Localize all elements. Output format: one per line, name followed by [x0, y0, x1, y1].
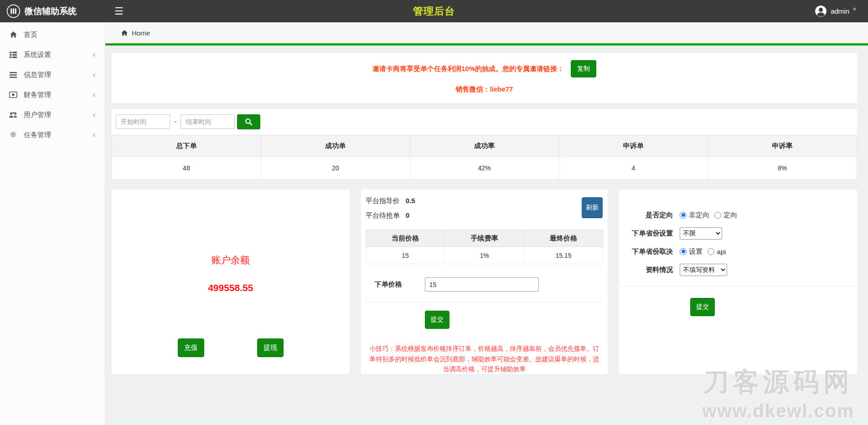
- stats-header: 申诉单: [559, 135, 708, 157]
- divider: [619, 286, 857, 287]
- stats-value: 4: [559, 157, 708, 179]
- radio-icon: [708, 248, 714, 255]
- brand: 微信辅助系统: [0, 4, 105, 18]
- price-submit-button[interactable]: 提交: [425, 311, 450, 329]
- stats-header: 总下单: [112, 135, 261, 157]
- main-area: Home 邀请卡商将享受单个任务利润10%的抽成。您的专属邀请链接： 复制 销售…: [105, 22, 868, 425]
- province-set-label: 下单省份设置: [619, 229, 673, 238]
- chevron-left-icon: ‹: [93, 110, 96, 119]
- table-row: 48 20 42% 4 8%: [112, 157, 857, 179]
- sidebar-item-task-management[interactable]: ® 任务管理 ‹: [0, 125, 105, 145]
- stats-value: 8%: [708, 157, 857, 179]
- chevron-left-icon: ‹: [93, 70, 96, 79]
- price-header: 当前价格: [366, 230, 445, 247]
- chevron-left-icon: ‹: [93, 50, 96, 59]
- invite-notice-text: 邀请卡商将享受单个任务利润10%的抽成。您的专属邀请链接：: [372, 65, 564, 73]
- end-time-input[interactable]: [181, 114, 235, 129]
- price-table: 当前价格 手续费率 最终价格 15 1% 15.15: [366, 230, 604, 264]
- sidebar-item-label: 用户管理: [24, 111, 51, 119]
- invite-notice-card: 邀请卡商将享受单个任务利润10%的抽成。您的专属邀请链接： 复制 销售微信：li…: [112, 53, 857, 103]
- radio-label: 非定向: [689, 211, 709, 220]
- users-icon: [9, 112, 18, 118]
- table-row: 15 1% 15.15: [366, 247, 603, 264]
- radio-label: 设置: [689, 247, 703, 256]
- page-title: 管理后台: [413, 5, 455, 18]
- chevron-left-icon: ‹: [93, 90, 96, 99]
- registered-icon: ®: [9, 131, 18, 139]
- guide-price-label: 平台指导价: [366, 197, 400, 205]
- sales-wechat-text: 销售微信：liebe77: [112, 85, 857, 94]
- price-value: 15: [366, 247, 445, 264]
- start-time-input[interactable]: [116, 114, 170, 129]
- balance-amount: 499558.55: [112, 282, 350, 293]
- price-value: 15.15: [524, 247, 603, 264]
- chevron-left-icon: ‹: [93, 130, 96, 139]
- sidebar-item-label: 任务管理: [24, 131, 51, 139]
- copy-link-button[interactable]: 复制: [571, 60, 596, 77]
- avatar-icon: [815, 5, 827, 17]
- home-icon: [9, 31, 18, 38]
- stats-value: 48: [112, 157, 261, 179]
- sidebar-item-home[interactable]: 首页: [0, 25, 105, 45]
- chevron-down-icon: ˅: [853, 6, 856, 13]
- withdraw-button[interactable]: 提现: [257, 338, 284, 357]
- user-menu[interactable]: admin ˅: [815, 5, 868, 17]
- order-price-card: 平台指导价0.5 平台待抢单0 刷新 当前价格 手续费率 最终价格: [361, 189, 608, 374]
- balance-title: 账户余额: [112, 189, 350, 266]
- radio-non-directed[interactable]: 非定向: [680, 211, 709, 220]
- radio-icon: [680, 212, 687, 219]
- settings-submit-button[interactable]: 提交: [690, 298, 715, 316]
- province-select[interactable]: 不限: [680, 227, 722, 240]
- refresh-button[interactable]: 刷新: [582, 197, 603, 218]
- radio-icon: [680, 248, 687, 255]
- search-button[interactable]: [237, 114, 260, 129]
- radio-directed[interactable]: 定向: [714, 211, 737, 220]
- stats-header: 成功率: [410, 135, 559, 157]
- radio-label: 定向: [723, 211, 737, 220]
- radio-icon: [714, 212, 721, 219]
- stats-header: 成功单: [261, 135, 410, 157]
- price-header: 手续费率: [445, 230, 524, 247]
- sidebar-item-finance-management[interactable]: 财务管理 ‹: [0, 85, 105, 105]
- order-settings-card: 是否定向 非定向 定向 下单: [619, 189, 857, 374]
- sidebar-item-user-management[interactable]: 用户管理 ‹: [0, 105, 105, 125]
- stats-value: 20: [261, 157, 410, 179]
- sidebar-item-label: 财务管理: [24, 91, 51, 99]
- breadcrumb-home[interactable]: Home: [132, 29, 150, 37]
- guide-price-value: 0.5: [406, 197, 415, 205]
- brand-logo-icon: [6, 4, 21, 18]
- balance-card: 账户余额 499558.55 充值 提现: [112, 189, 350, 374]
- search-icon: [245, 118, 253, 126]
- recharge-button[interactable]: 充值: [178, 338, 204, 357]
- sidebar-item-label: 首页: [24, 31, 37, 39]
- sidebar-item-info-management[interactable]: 信息管理 ‹: [0, 65, 105, 85]
- order-price-input[interactable]: [425, 277, 539, 292]
- radio-setting[interactable]: 设置: [680, 247, 703, 256]
- sidebar-item-label: 系统设置: [24, 51, 51, 59]
- pricing-tips-text: 小技巧：系统根据发布价格排序订单，价格越高，排序越靠前，会员优先接单。订单特别多…: [366, 343, 604, 374]
- date-range-separator: -: [174, 118, 176, 126]
- th-list-icon: [9, 51, 18, 58]
- radio-api[interactable]: api: [708, 248, 726, 256]
- username: admin: [831, 7, 849, 15]
- pending-orders-label: 平台待抢单: [366, 211, 400, 219]
- order-price-label: 下单价格: [366, 280, 402, 289]
- sidebar-item-system-settings[interactable]: 系统设置 ‹: [0, 45, 105, 65]
- home-icon: [121, 30, 128, 36]
- stats-value: 42%: [410, 157, 559, 179]
- profile-select[interactable]: 不填写资料: [680, 264, 727, 276]
- sidebar: 首页 系统设置 ‹ 信息管理 ‹: [0, 22, 105, 425]
- sidebar-item-label: 信息管理: [24, 71, 51, 79]
- radio-label: api: [717, 248, 726, 256]
- stats-header: 申诉率: [708, 135, 857, 157]
- province-source-label: 下单省份取决: [619, 247, 673, 256]
- list-icon: [9, 72, 18, 78]
- brand-title: 微信辅助系统: [25, 5, 77, 17]
- price-header: 最终价格: [524, 230, 603, 247]
- direction-label: 是否定向: [619, 211, 673, 220]
- money-icon: [9, 92, 18, 98]
- hamburger-menu-icon[interactable]: ☰: [114, 6, 124, 16]
- stats-table: 总下单 成功单 成功率 申诉单 申诉率 48 20 42% 4 8%: [112, 135, 857, 179]
- pending-orders-value: 0: [406, 211, 409, 219]
- topbar: 微信辅助系统 ☰ 管理后台 admin ˅: [0, 0, 868, 22]
